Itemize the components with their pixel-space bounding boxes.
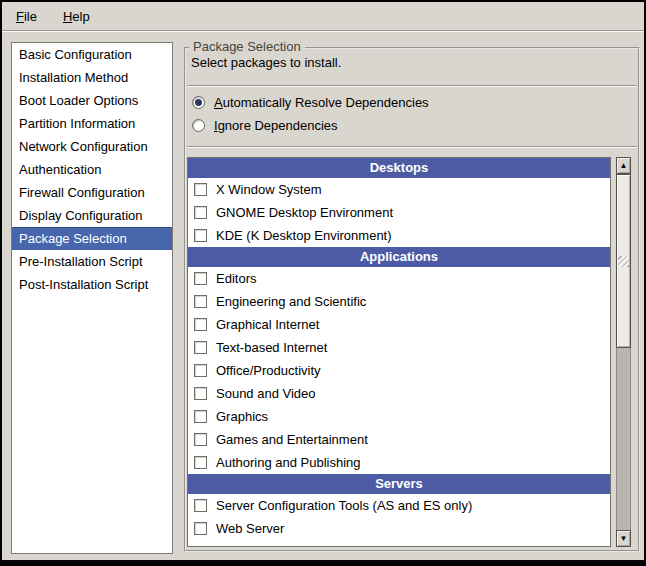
checkbox-icon[interactable] [194, 206, 207, 219]
separator [187, 146, 637, 148]
checkbox-icon[interactable] [194, 387, 207, 400]
radio-button-icon[interactable] [192, 119, 205, 132]
scrollbar-thumb[interactable] [616, 174, 631, 348]
down-arrow-icon: ▼ [620, 535, 628, 543]
package-row-web-server[interactable]: Web Server [188, 517, 610, 540]
scroll-down-button[interactable]: ▼ [616, 530, 631, 547]
package-label: Graphical Internet [216, 317, 319, 332]
sidebar-item-display-configuration[interactable]: Display Configuration [12, 204, 172, 227]
package-label: Server Configuration Tools (AS and ES on… [216, 498, 472, 513]
mnemonic-underline: I [214, 118, 218, 133]
package-row-kde-k-desktop-environment[interactable]: KDE (K Desktop Environment) [188, 224, 610, 247]
sidebar-list[interactable]: Basic ConfigurationInstallation MethodBo… [11, 42, 173, 554]
package-row-editors[interactable]: Editors [188, 267, 610, 290]
package-label: Authoring and Publishing [216, 455, 361, 470]
mnemonic-underline: H [63, 9, 72, 24]
sidebar-item-authentication[interactable]: Authentication [12, 158, 172, 181]
package-label: Graphics [216, 409, 268, 424]
package-row-sound-and-video[interactable]: Sound and Video [188, 382, 610, 405]
package-label: Editors [216, 271, 256, 286]
scroll-up-button[interactable]: ▲ [616, 157, 631, 174]
scrollbar-track[interactable] [616, 174, 631, 530]
group-header-servers: Servers [188, 474, 610, 494]
package-label: Web Server [216, 521, 284, 536]
package-row-games-and-entertainment[interactable]: Games and Entertainment [188, 428, 610, 451]
package-label: X Window System [216, 182, 321, 197]
checkbox-icon[interactable] [194, 522, 207, 535]
radio-button-icon[interactable] [192, 96, 205, 109]
sidebar-item-pre-installation-script[interactable]: Pre-Installation Script [12, 250, 172, 273]
mnemonic-underline: A [214, 95, 223, 110]
package-label: Text-based Internet [216, 340, 327, 355]
vertical-scrollbar[interactable]: ▲ ▼ [616, 157, 631, 547]
checkbox-icon[interactable] [194, 499, 207, 512]
package-treeview[interactable]: DesktopsX Window SystemGNOME Desktop Env… [187, 157, 611, 547]
menubar: FileHelp [2, 2, 644, 31]
checkbox-icon[interactable] [194, 410, 207, 423]
package-list-area: DesktopsX Window SystemGNOME Desktop Env… [187, 157, 631, 547]
dependency-options: Automatically Resolve DependenciesIgnore… [192, 91, 429, 137]
radio-automatically-resolve-dependencies[interactable]: Automatically Resolve Dependencies [192, 91, 429, 114]
instruction-label: Select packages to install. [191, 55, 341, 70]
radio-label: Automatically Resolve Dependencies [214, 95, 429, 110]
package-row-office-productivity[interactable]: Office/Productivity [188, 359, 610, 382]
sidebar-item-post-installation-script[interactable]: Post-Installation Script [12, 273, 172, 296]
radio-label: Ignore Dependencies [214, 118, 338, 133]
checkbox-icon[interactable] [194, 183, 207, 196]
sidebar-item-partition-information[interactable]: Partition Information [12, 112, 172, 135]
mnemonic-underline: F [16, 9, 24, 24]
checkbox-icon[interactable] [194, 433, 207, 446]
up-arrow-icon: ▲ [620, 162, 628, 170]
checkbox-icon[interactable] [194, 295, 207, 308]
scrollbar-grip-icon [618, 256, 629, 267]
package-label: Games and Entertainment [216, 432, 368, 447]
package-label: GNOME Desktop Environment [216, 205, 393, 220]
checkbox-icon[interactable] [194, 456, 207, 469]
package-label: Engineering and Scientific [216, 294, 366, 309]
sidebar-item-installation-method[interactable]: Installation Method [12, 66, 172, 89]
package-row-x-window-system[interactable]: X Window System [188, 178, 610, 201]
group-header-desktops: Desktops [188, 158, 610, 178]
sidebar-item-firewall-configuration[interactable]: Firewall Configuration [12, 181, 172, 204]
package-label: Sound and Video [216, 386, 316, 401]
sidebar-item-network-configuration[interactable]: Network Configuration [12, 135, 172, 158]
radio-ignore-dependencies[interactable]: Ignore Dependencies [192, 114, 429, 137]
sidebar-item-basic-configuration[interactable]: Basic Configuration [12, 43, 172, 66]
checkbox-icon[interactable] [194, 272, 207, 285]
menu-file[interactable]: File [10, 7, 43, 26]
checkbox-icon[interactable] [194, 341, 207, 354]
menu-help[interactable]: Help [57, 7, 96, 26]
package-row-authoring-and-publishing[interactable]: Authoring and Publishing [188, 451, 610, 474]
group-header-applications: Applications [188, 247, 610, 267]
package-selection-frame: Package Selection Select packages to ins… [184, 47, 640, 552]
frame-title: Package Selection [189, 39, 305, 54]
package-row-engineering-and-scientific[interactable]: Engineering and Scientific [188, 290, 610, 313]
separator [187, 85, 637, 87]
package-row-text-based-internet[interactable]: Text-based Internet [188, 336, 610, 359]
checkbox-icon[interactable] [194, 364, 207, 377]
package-row-graphics[interactable]: Graphics [188, 405, 610, 428]
package-label: KDE (K Desktop Environment) [216, 228, 392, 243]
kickstart-configurator-window: FileHelp Basic ConfigurationInstallation… [0, 0, 646, 566]
sidebar-item-package-selection[interactable]: Package Selection [12, 227, 172, 250]
checkbox-icon[interactable] [194, 318, 207, 331]
package-label: Office/Productivity [216, 363, 321, 378]
package-row-graphical-internet[interactable]: Graphical Internet [188, 313, 610, 336]
checkbox-icon[interactable] [194, 229, 207, 242]
sidebar-item-boot-loader-options[interactable]: Boot Loader Options [12, 89, 172, 112]
package-row-server-configuration-tools-as-and-es-only[interactable]: Server Configuration Tools (AS and ES on… [188, 494, 610, 517]
package-row-gnome-desktop-environment[interactable]: GNOME Desktop Environment [188, 201, 610, 224]
